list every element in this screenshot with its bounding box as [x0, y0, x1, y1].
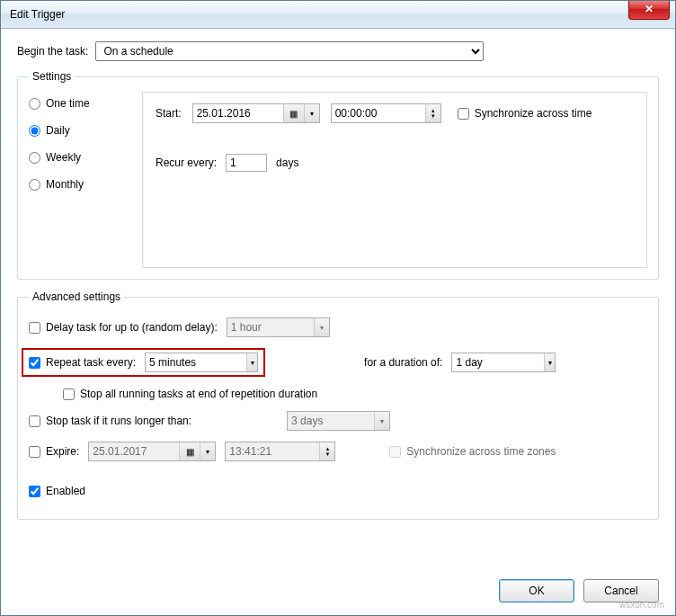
enabled-checkbox[interactable]: Enabled [29, 485, 85, 497]
enabled-label: Enabled [46, 485, 85, 497]
schedule-radios: One time Daily Weekly Monthly [29, 92, 128, 268]
radio-monthly-label: Monthly [46, 178, 84, 191]
start-label: Start: [156, 107, 182, 120]
sync-time-label: Synchronize across time [475, 107, 592, 120]
expire-row: Expire: ▦ ▾ ▲▼ Synchronize across time z… [29, 442, 647, 461]
stop-longer-row: Stop task if it runs longer than: ▾ [29, 411, 647, 431]
recur-label: Recur every: [156, 156, 217, 169]
window-title: Edit Trigger [10, 8, 65, 21]
delay-checkbox-input[interactable] [29, 322, 40, 334]
repeat-value[interactable] [146, 354, 246, 370]
chevron-down-icon[interactable]: ▾ [304, 104, 319, 122]
repeat-row: Repeat task every: ▾ for a duration of: … [29, 348, 647, 377]
calendar-icon: ▦ [179, 442, 200, 460]
enabled-row: Enabled [29, 485, 647, 497]
start-time-input[interactable] [332, 105, 425, 121]
stop-end-checkbox-input[interactable] [63, 388, 75, 400]
stop-end-row: Stop all running tasks at end of repetit… [63, 388, 647, 400]
advanced-legend: Advanced settings [29, 290, 124, 303]
sync-zones-checkbox: Synchronize across time zones [389, 445, 556, 458]
settings-group: Settings One time Daily Weekly [17, 70, 659, 280]
radio-daily-label: Daily [46, 124, 70, 137]
advanced-group: Advanced settings Delay task for up to (… [17, 290, 659, 520]
duration-label: for a duration of: [364, 356, 442, 369]
stop-end-checkbox[interactable]: Stop all running tasks at end of repetit… [63, 388, 317, 400]
spinner-icon[interactable]: ▲▼ [425, 104, 440, 122]
sync-time-checkbox-input[interactable] [458, 108, 469, 120]
duration-value[interactable] [452, 354, 544, 370]
expire-checkbox-input[interactable] [29, 446, 40, 458]
recur-input[interactable] [227, 155, 266, 171]
calendar-icon[interactable]: ▦ [283, 104, 304, 122]
close-button[interactable]: ✕ [628, 1, 670, 20]
repeat-label: Repeat task every: [46, 356, 136, 369]
radio-onetime[interactable]: One time [29, 97, 128, 110]
start-row: Start: ▦ ▾ ▲▼ Synchronize across t [156, 103, 634, 123]
radio-onetime-input[interactable] [29, 98, 40, 110]
delay-value [227, 319, 314, 335]
expire-date-picker: ▦ ▾ [88, 442, 216, 461]
repeat-combo[interactable]: ▾ [145, 353, 258, 372]
sync-zones-checkbox-input [389, 446, 401, 458]
radio-weekly-input[interactable] [29, 152, 40, 164]
delay-row: Delay task for up to (random delay): ▾ [29, 317, 647, 337]
radio-onetime-label: One time [46, 97, 90, 110]
recur-value[interactable] [226, 154, 267, 172]
radio-weekly[interactable]: Weekly [29, 151, 128, 164]
repeat-highlight: Repeat task every: ▾ [22, 348, 265, 377]
expire-label: Expire: [46, 445, 79, 458]
schedule-detail-panel: Start: ▦ ▾ ▲▼ Synchronize across t [142, 92, 647, 268]
radio-monthly[interactable]: Monthly [29, 178, 128, 191]
radio-daily-input[interactable] [29, 125, 40, 137]
spinner-icon: ▲▼ [319, 442, 334, 460]
stop-longer-value [288, 413, 374, 429]
begin-task-select[interactable]: On a schedule [95, 41, 484, 61]
begin-task-label: Begin the task: [17, 45, 88, 58]
sync-zones-label: Synchronize across time zones [406, 445, 556, 458]
duration-combo[interactable]: ▾ [451, 353, 556, 372]
chevron-down-icon: ▾ [314, 318, 329, 336]
expire-time-input [226, 443, 319, 460]
delay-combo: ▾ [227, 317, 330, 337]
delay-label: Delay task for up to (random delay): [46, 321, 218, 334]
stop-end-label: Stop all running tasks at end of repetit… [80, 388, 317, 400]
expire-date-input [89, 443, 179, 460]
delay-checkbox[interactable]: Delay task for up to (random delay): [29, 321, 218, 334]
stop-longer-combo: ▾ [287, 411, 390, 431]
edit-trigger-dialog: Edit Trigger ✕ Begin the task: On a sche… [0, 0, 676, 616]
start-date-picker[interactable]: ▦ ▾ [192, 103, 320, 123]
start-time-picker[interactable]: ▲▼ [331, 103, 441, 123]
expire-checkbox[interactable]: Expire: [29, 445, 79, 458]
start-date-input[interactable] [193, 105, 283, 121]
stop-longer-checkbox-input[interactable] [29, 415, 40, 427]
chevron-down-icon: ▾ [374, 412, 389, 430]
client-area: Begin the task: On a schedule Settings O… [1, 29, 675, 615]
settings-legend: Settings [29, 70, 75, 83]
titlebar: Edit Trigger ✕ [1, 1, 675, 29]
radio-weekly-label: Weekly [46, 151, 81, 164]
recur-row: Recur every: days [156, 154, 634, 172]
dialog-footer: OK Cancel [17, 572, 659, 603]
enabled-checkbox-input[interactable] [29, 486, 40, 497]
repeat-checkbox[interactable]: Repeat task every: [29, 356, 136, 369]
ok-button[interactable]: OK [499, 579, 574, 603]
radio-daily[interactable]: Daily [29, 124, 128, 137]
stop-longer-checkbox[interactable]: Stop task if it runs longer than: [29, 415, 191, 427]
recur-unit: days [276, 156, 298, 169]
expire-time-picker: ▲▼ [225, 442, 335, 461]
chevron-down-icon[interactable]: ▾ [544, 353, 555, 371]
sync-time-checkbox[interactable]: Synchronize across time [458, 107, 592, 120]
begin-task-row: Begin the task: On a schedule [17, 41, 659, 61]
watermark: wsxdn.com [619, 600, 664, 610]
chevron-down-icon: ▾ [200, 442, 215, 460]
stop-longer-label: Stop task if it runs longer than: [46, 415, 191, 427]
radio-monthly-input[interactable] [29, 179, 40, 191]
repeat-checkbox-input[interactable] [29, 357, 40, 369]
chevron-down-icon[interactable]: ▾ [246, 353, 257, 371]
